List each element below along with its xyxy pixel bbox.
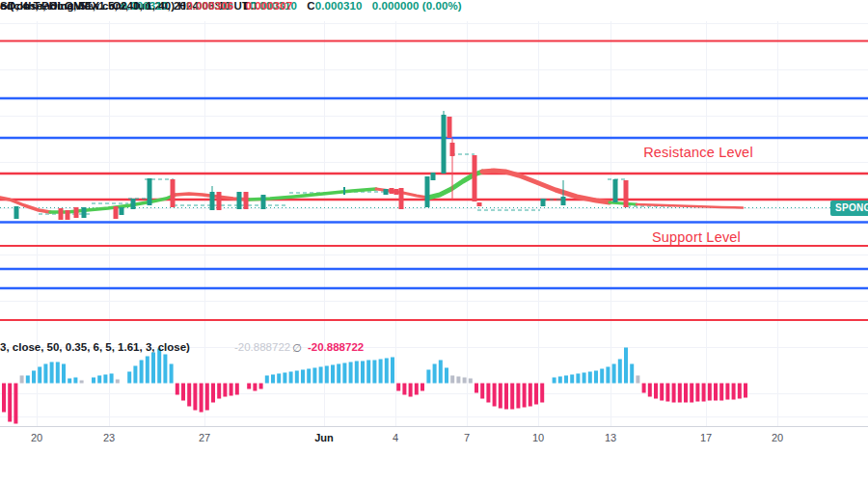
- histogram-bar: [265, 376, 269, 384]
- price-label-badge: SPONG: [830, 201, 868, 216]
- histogram-bar: [690, 384, 693, 403]
- histogram-bar: [534, 384, 538, 405]
- candle-body: [384, 189, 389, 195]
- histogram-bar: [259, 384, 263, 389]
- histogram-bar: [277, 374, 281, 384]
- histogram-bar: [289, 372, 293, 384]
- candle-body: [442, 115, 447, 174]
- histogram-bar: [480, 384, 484, 399]
- oscillator-label: 3, close, 50, 0.35, 6, 5, 1.61, 3, close…: [0, 341, 190, 353]
- candle-body: [390, 188, 394, 194]
- histogram-bar: [725, 384, 729, 400]
- histogram-bar: [205, 384, 209, 411]
- histogram-bar: [20, 376, 24, 384]
- oscillator-average-icon: ∅: [292, 341, 302, 355]
- histogram-bar: [379, 360, 383, 384]
- histogram-bar: [409, 384, 413, 397]
- histogram-bar: [337, 364, 340, 384]
- histogram-bar: [504, 384, 508, 410]
- histogram-bar: [92, 378, 95, 384]
- histogram-bar: [738, 384, 742, 399]
- histogram-bar: [187, 384, 191, 407]
- time-axis[interactable]: 202327Jun4710131720: [0, 428, 868, 447]
- histogram-bar: [648, 384, 652, 397]
- histogram-bar: [665, 384, 669, 402]
- histogram-bar: [719, 384, 723, 401]
- histogram-bar: [672, 384, 676, 403]
- histogram-bar: [678, 384, 682, 403]
- change-value: 0.000000 (0.00%): [372, 0, 462, 12]
- candle-body: [477, 202, 482, 206]
- resistance-level-label: Resistance Level: [643, 145, 753, 160]
- histogram-bar: [26, 376, 30, 384]
- histogram-bar: [211, 384, 215, 403]
- histogram-bar: [319, 367, 323, 384]
- candle-body: [399, 188, 404, 209]
- histogram-bar: [301, 370, 305, 384]
- candle-body: [624, 180, 629, 207]
- histogram-bar: [583, 373, 586, 384]
- hma-ribbon-segment: [610, 202, 637, 204]
- histogram-bar: [523, 384, 527, 408]
- candle-body: [171, 179, 176, 207]
- momentum-histogram: [2, 348, 747, 424]
- time-axis-label: 4: [393, 432, 398, 443]
- histogram-bar: [110, 374, 114, 384]
- oscillator-gray-value: -20.888722: [234, 341, 290, 353]
- histogram-bar: [642, 384, 646, 393]
- histogram-bar: [732, 384, 736, 400]
- histogram-bar: [331, 365, 335, 384]
- histogram-bar: [73, 378, 77, 384]
- histogram-bar: [342, 363, 346, 384]
- histogram-bar: [68, 379, 71, 384]
- close-value: 0.000310: [315, 0, 363, 12]
- histogram-bar: [80, 381, 84, 384]
- histogram-bar: [660, 384, 664, 401]
- histogram-bar: [361, 362, 365, 384]
- histogram-bar: [415, 384, 419, 395]
- histogram-bar: [529, 384, 532, 407]
- histogram-bar: [744, 384, 747, 398]
- histogram-bar: [271, 375, 275, 384]
- candle-body: [261, 195, 266, 209]
- histogram-bar: [654, 384, 658, 399]
- histogram-bar: [594, 371, 598, 384]
- histogram-bar: [553, 378, 556, 384]
- histogram-bar: [193, 384, 197, 411]
- histogram-bar: [420, 384, 424, 391]
- histogram-bar: [56, 362, 60, 384]
- histogram-bar: [116, 380, 120, 384]
- histogram-bar: [97, 376, 101, 384]
- candle-body: [66, 210, 70, 220]
- candle-body: [120, 207, 124, 215]
- histogram-bar: [564, 376, 568, 384]
- histogram-bar: [312, 368, 316, 384]
- histogram-bar: [450, 376, 454, 384]
- candle-body: [131, 199, 136, 209]
- histogram-bar: [695, 384, 699, 402]
- histogram-bar: [439, 361, 443, 384]
- histogram-bar: [396, 384, 400, 391]
- level-lines: [0, 41, 868, 321]
- histogram-bar: [349, 362, 353, 384]
- histogram-bar: [445, 368, 448, 384]
- oscillator-pink-value: -20.888722: [308, 341, 364, 353]
- histogram-bar: [684, 384, 688, 403]
- histogram-bar: [32, 371, 36, 384]
- candle-body: [244, 192, 249, 209]
- histogram-bar: [385, 359, 389, 384]
- candle-body: [394, 189, 399, 195]
- oscillator-legend-row: 3, close, 50, 0.35, 6, 5, 1.61, 3, close…: [0, 341, 868, 355]
- histogram-bar: [2, 384, 6, 413]
- histogram-bar: [433, 364, 437, 384]
- candle-body: [82, 207, 87, 218]
- histogram-bar: [247, 384, 251, 389]
- histogram-bar: [295, 371, 299, 384]
- histogram-bar: [426, 370, 430, 384]
- histogram-bar: [307, 369, 311, 384]
- histogram-bar: [702, 384, 706, 402]
- candle-body: [74, 207, 79, 218]
- hma-indicator-row: o (close, Hma, 51, 1.5, 240, 1, 40) 0.00…: [0, 0, 292, 12]
- hma-value-2: 0.000307: [246, 0, 293, 12]
- histogram-bar: [475, 384, 478, 393]
